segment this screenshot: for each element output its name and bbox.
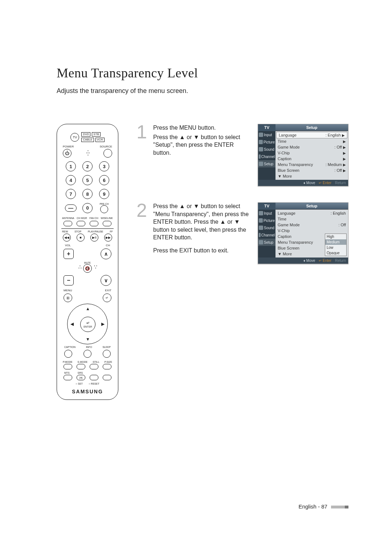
step-1-line-2: Press the ▲ or ▼ button to select "Setup… — [153, 133, 250, 157]
picture-icon — [259, 140, 263, 144]
channel-icon — [259, 233, 261, 237]
footer-cap-icon — [345, 506, 348, 508]
ch-up: ∧ — [101, 248, 111, 259]
num-5: 5 — [82, 175, 93, 185]
dpad-left-icon: ◀ — [70, 321, 74, 327]
setup-icon — [259, 240, 263, 244]
menu-button: ▥ — [64, 293, 72, 302]
sound-icon — [259, 226, 263, 230]
page-subtitle: Adjusts the transparency of the menu scr… — [57, 87, 348, 95]
source-button — [103, 149, 112, 158]
favch-button — [90, 221, 98, 226]
play-label: PLAY/PAUSE — [88, 230, 103, 233]
source-label: SOURCE — [100, 145, 112, 148]
manual-page: Menu Transparency Level Adjusts the tran… — [0, 0, 392, 535]
smode-button — [77, 364, 85, 369]
osd2-list: Language: English Time Game Mode: Off V-… — [275, 210, 348, 258]
step-2: 2 Press the ▲ or ▼ button to select "Men… — [136, 202, 348, 273]
vol-down: − — [64, 275, 74, 285]
num-7: 7 — [66, 189, 76, 199]
play-button: ▶II — [90, 234, 98, 242]
num-4: 4 — [66, 175, 76, 185]
caption-button — [64, 350, 72, 358]
dpad-down-icon: ▼ — [86, 337, 90, 342]
antenna-label: ANTENNA — [62, 217, 74, 219]
step-2-line-2: Press the EXIT button to exit. — [153, 247, 250, 255]
pmode-button — [64, 364, 72, 369]
prech-label: PRE-CH — [100, 203, 109, 205]
chmgr-label: CH MGR — [77, 217, 87, 219]
rew-label: REW — [62, 230, 68, 233]
step-2-line-1: Press the ▲ or ▼ button to select "Menu … — [153, 202, 250, 242]
power-label: POWER — [63, 145, 74, 148]
psize-button — [103, 364, 111, 369]
dash-button: — — [65, 204, 77, 212]
picture-icon — [259, 218, 263, 223]
num-0: 0 — [82, 203, 93, 213]
osd2-title: Setup — [275, 203, 348, 210]
step-1-number: 1 — [136, 124, 150, 140]
remote-dvd-mode: DVD — [81, 132, 90, 137]
antenna-button — [64, 221, 72, 226]
wiselink-button — [103, 221, 111, 226]
led-dots: ∴∵ — [86, 151, 89, 155]
still-button — [90, 364, 98, 369]
extra1-button — [90, 375, 98, 380]
chmgr-button — [77, 221, 85, 226]
step-2-number: 2 — [136, 202, 150, 218]
num-2: 2 — [82, 161, 93, 171]
brand-logo: SAMSUNG — [61, 389, 114, 394]
ch-down: ∨ — [101, 275, 111, 286]
remote-illustration: TV DVD STB CABLE VCR POWER SOURCE ⏻ — [57, 124, 118, 400]
osd-setup-2: TV Setup Input Picture Sound Channel Set… — [258, 202, 348, 264]
dpad-up-icon: ▲ — [86, 306, 90, 311]
extra2-button — [103, 375, 111, 380]
content: TV DVD STB CABLE VCR POWER SOURCE ⏻ — [57, 124, 348, 400]
sleep-button — [103, 350, 111, 358]
wiselink-label: WISELINK — [101, 217, 113, 219]
osd1-list: Language: English ▶ Time▶ Game Mode: Off… — [275, 131, 348, 180]
channel-icon — [259, 154, 261, 159]
num-9: 9 — [99, 189, 109, 199]
osd1-sidebar: Input Picture Sound Channel Setup — [258, 131, 275, 180]
remote-cable-mode: CABLE — [81, 138, 94, 142]
numpad: 1 2 3 4 5 6 7 8 9 — [61, 158, 114, 203]
exit-button: ↵ — [103, 293, 111, 302]
info-button — [83, 350, 91, 358]
dpad-right-icon: ▶ — [101, 321, 105, 327]
transparency-submenu: High Medium Low Opaque — [325, 234, 347, 256]
mts-button — [64, 375, 72, 380]
step-1: 1 Press the MENU button. Press the ▲ or … — [136, 124, 348, 195]
power-button: ⏻ — [63, 149, 72, 158]
ch-label: CH — [106, 244, 110, 247]
vol-up: + — [64, 249, 74, 259]
stop-button: ■ — [77, 234, 85, 242]
menu-label: MENU — [64, 289, 72, 292]
favch-label: FAV.CH — [90, 217, 98, 219]
num-3: 3 — [99, 161, 109, 171]
osd2-tv: TV — [258, 203, 275, 210]
mute-label: MUTE — [83, 262, 92, 264]
remote-vcr-mode: VCR — [95, 138, 105, 142]
enter-button: ↵ ENTER — [80, 317, 95, 332]
num-8: 8 — [82, 189, 93, 199]
num-6: 6 — [99, 175, 109, 185]
osd-setup-1: TV Setup Input Picture Sound Channel Set… — [258, 124, 348, 186]
remote-stb-mode: STB — [92, 132, 101, 137]
footer-bar-icon — [331, 506, 345, 508]
prech-button — [100, 205, 108, 213]
remote-tv-mode: TV — [70, 133, 79, 142]
ff-button: ▶▶ — [104, 234, 112, 242]
setup-icon — [259, 162, 263, 166]
page-footer: English - 87 — [299, 503, 348, 510]
input-icon — [259, 133, 263, 137]
sound-icon — [259, 147, 263, 151]
num-1: 1 — [66, 161, 76, 171]
steps-column: 1 Press the MENU button. Press the ▲ or … — [136, 124, 348, 280]
osd2-sidebar: Input Picture Sound Channel Setup — [258, 210, 275, 258]
stop-label: STOP — [74, 230, 81, 233]
vol-label: VOL — [65, 244, 71, 247]
page-title: Menu Transparency Level — [57, 65, 348, 81]
osd1-title: Setup — [275, 124, 348, 131]
rew-button: ◀◀ — [63, 234, 71, 242]
